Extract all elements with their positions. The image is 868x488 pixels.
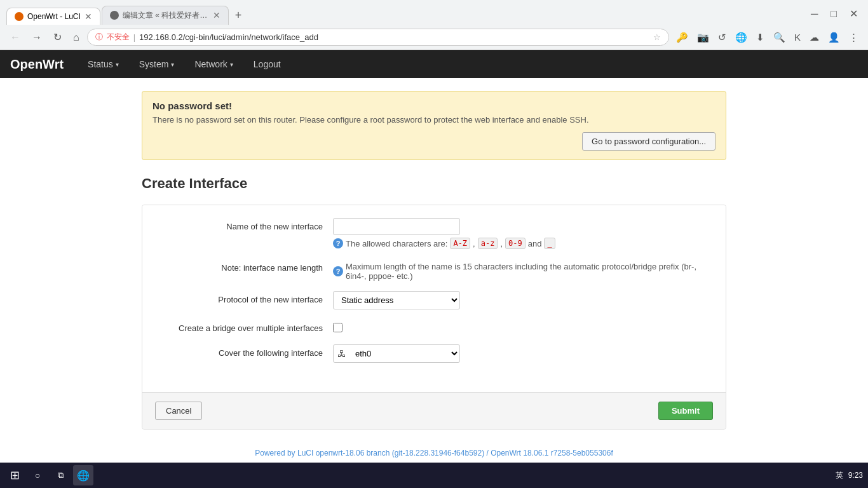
history-icon[interactable]: ↺ xyxy=(715,29,729,46)
name-length-label: Note: interface name length xyxy=(155,259,333,273)
page-footer: Powered by LuCI openwrt-18.06 branch (gi… xyxy=(142,449,726,458)
home-button[interactable]: ⌂ xyxy=(69,29,83,46)
back-button[interactable]: ← xyxy=(6,29,24,46)
name-length-control: ? Maximum length of the name is 15 chara… xyxy=(333,259,713,281)
nav-item-logout[interactable]: Logout xyxy=(245,53,290,76)
minimize-button[interactable]: ─ xyxy=(807,5,822,22)
brand-logo: OpenWrt xyxy=(10,57,64,72)
nav-item-network[interactable]: Network ▾ xyxy=(186,53,241,76)
bridge-checkbox[interactable] xyxy=(333,323,342,332)
taskbar-start-button[interactable]: ⊞ xyxy=(5,466,25,470)
interface-icon: 🖧 xyxy=(334,349,350,359)
submit-button[interactable]: Submit xyxy=(658,402,713,420)
page-title: Create Interface xyxy=(142,175,726,192)
close-button[interactable]: ✕ xyxy=(846,5,862,22)
help-icon-chars: ? xyxy=(333,238,343,248)
insecure-label: 不安全 xyxy=(107,32,130,43)
browser-tab-1[interactable]: OpenWrt - LuCI ✕ xyxy=(6,8,100,25)
allowed-chars-and: and xyxy=(528,239,542,248)
footer-link[interactable]: Powered by LuCI openwrt-18.06 branch (gi… xyxy=(255,449,613,458)
tab-title-2: 编辑文章 « 科技爱好者博客 — W xyxy=(123,10,209,21)
allowed-chars-help: ? The allowed characters are: A-Z, a-z, … xyxy=(333,238,713,249)
screenshot-icon[interactable]: 📷 xyxy=(694,29,712,46)
browser-chrome: OpenWrt - LuCI ✕ 编辑文章 « 科技爱好者博客 — W ✕ + … xyxy=(0,0,868,50)
account-icon[interactable]: 👤 xyxy=(825,29,843,46)
translate-icon[interactable]: 🌐 xyxy=(732,29,750,46)
warning-message: There is no password set on this router.… xyxy=(153,115,715,125)
form-row-interface-name: Name of the new interface ? The allowed … xyxy=(155,218,713,249)
protocol-label: Protocol of the new interface xyxy=(155,291,333,304)
taskbar-sys-tray: 英 9:23 xyxy=(836,470,863,471)
interface-name-input[interactable] xyxy=(333,218,460,235)
browser-titlebar: OpenWrt - LuCI ✕ 编辑文章 « 科技爱好者博客 — W ✕ + … xyxy=(0,0,868,25)
interface-name-control: ? The allowed characters are: A-Z, a-z, … xyxy=(333,218,713,249)
key-icon[interactable]: 🔑 xyxy=(673,29,691,46)
protocol-control: Static address DHCP client PPPoE DHCPv6 … xyxy=(333,291,713,309)
address-bar[interactable]: ⓘ 不安全 | 192.168.0.2/cgi-bin/luci/admin/n… xyxy=(87,29,669,46)
allowed-char-az: a-z xyxy=(478,238,498,249)
reload-button[interactable]: ↻ xyxy=(50,29,65,46)
form-body: Name of the new interface ? The allowed … xyxy=(142,205,726,386)
taskbar: ⊞ ○ ⧉ 🌐 英 9:23 xyxy=(0,463,868,470)
name-length-help: ? Maximum length of the name is 15 chara… xyxy=(333,262,713,281)
interface-select-wrap: 🖧 eth0 eth1 lo xyxy=(333,344,460,363)
tab-favicon-2 xyxy=(110,11,119,20)
download-icon[interactable]: ⬇ xyxy=(753,29,768,46)
form-row-name-length: Note: interface name length ? Maximum le… xyxy=(155,259,713,281)
new-tab-button[interactable]: + xyxy=(230,6,247,25)
network-dropdown-arrow: ▾ xyxy=(230,61,233,68)
allowed-char-AZ: A-Z xyxy=(450,238,470,249)
taskbar-taskview[interactable]: ⧉ xyxy=(50,465,71,470)
allowed-char-underscore: _ xyxy=(544,238,555,249)
bridge-label: Create a bridge over multiple interfaces xyxy=(155,320,333,333)
bridge-control xyxy=(333,320,713,334)
cover-interface-label: Cover the following interface xyxy=(155,344,333,358)
address-separator: | xyxy=(133,32,135,42)
nav-item-system[interactable]: System ▾ xyxy=(130,53,184,76)
toolbar-actions: 🔑 📷 ↺ 🌐 ⬇ 🔍 K ☁ 👤 ⋮ xyxy=(673,29,862,46)
extension-icon[interactable]: K xyxy=(791,29,804,46)
warning-banner: No password set! There is no password se… xyxy=(142,91,726,160)
allowed-char-09: 0-9 xyxy=(505,238,526,249)
browser-tabs: OpenWrt - LuCI ✕ 编辑文章 « 科技爱好者博客 — W ✕ + xyxy=(6,6,247,25)
restore-button[interactable]: □ xyxy=(827,5,841,22)
password-config-button[interactable]: Go to password configuration... xyxy=(582,132,715,151)
taskbar-lang: 英 xyxy=(836,470,843,471)
tab-close-2[interactable]: ✕ xyxy=(213,11,220,20)
protocol-select[interactable]: Static address DHCP client PPPoE DHCPv6 … xyxy=(333,291,460,309)
system-dropdown-arrow: ▾ xyxy=(171,61,174,68)
warning-title: No password set! xyxy=(153,100,715,111)
tab-favicon-1 xyxy=(15,12,24,21)
nav-item-status[interactable]: Status ▾ xyxy=(79,53,128,76)
cover-interface-select[interactable]: eth0 eth1 lo xyxy=(350,345,459,362)
cover-interface-control: 🖧 eth0 eth1 lo xyxy=(333,344,713,363)
taskbar-cortana[interactable]: ○ xyxy=(27,465,48,470)
main-content: No password set! There is no password se… xyxy=(129,78,739,470)
status-dropdown-arrow: ▾ xyxy=(116,61,119,68)
form-row-bridge: Create a bridge over multiple interfaces xyxy=(155,320,713,334)
form-row-protocol: Protocol of the new interface Static add… xyxy=(155,291,713,309)
create-interface-form: Name of the new interface ? The allowed … xyxy=(142,205,726,430)
cloud-icon[interactable]: ☁ xyxy=(806,29,822,46)
tab-close-1[interactable]: ✕ xyxy=(85,12,92,21)
cancel-button[interactable]: Cancel xyxy=(155,402,202,420)
name-length-text: Maximum length of the name is 15 charact… xyxy=(346,262,713,281)
nav-menu: Status ▾ System ▾ Network ▾ Logout xyxy=(79,53,290,76)
allowed-chars-prefix: The allowed characters are: xyxy=(346,239,447,248)
interface-name-label: Name of the new interface xyxy=(155,218,333,231)
browser-toolbar: ← → ↻ ⌂ ⓘ 不安全 | 192.168.0.2/cgi-bin/luci… xyxy=(0,25,868,50)
help-icon-length: ? xyxy=(333,266,343,276)
taskbar-chrome[interactable]: 🌐 xyxy=(73,465,93,470)
star-icon[interactable]: ☆ xyxy=(653,32,661,42)
form-actions: Cancel Submit xyxy=(142,392,726,429)
app-nav: OpenWrt Status ▾ System ▾ Network ▾ Logo… xyxy=(0,50,868,78)
menu-button[interactable]: ⋮ xyxy=(846,29,862,46)
insecure-icon: ⓘ xyxy=(95,32,103,43)
tab-title-1: OpenWrt - LuCI xyxy=(27,12,81,21)
browser-tab-2[interactable]: 编辑文章 « 科技爱好者博客 — W ✕ xyxy=(102,6,229,25)
url-text: 192.168.0.2/cgi-bin/luci/admin/network/i… xyxy=(139,32,649,42)
forward-button[interactable]: → xyxy=(28,29,46,46)
form-row-cover-interface: Cover the following interface 🖧 eth0 eth… xyxy=(155,344,713,363)
search-icon[interactable]: 🔍 xyxy=(770,29,789,46)
